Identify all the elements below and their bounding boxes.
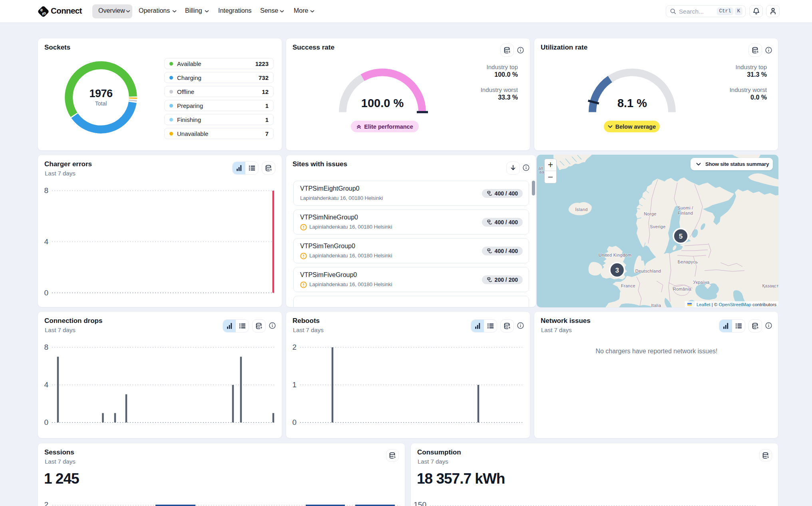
svg-text:100.0 %: 100.0 % — [361, 97, 404, 110]
svg-text:8: 8 — [44, 186, 48, 195]
svg-text:2: 2 — [44, 500, 48, 506]
svg-text:United Kingdom: United Kingdom — [599, 253, 631, 257]
svg-text:Україна: Україна — [693, 280, 710, 285]
svg-text:Sverige: Sverige — [650, 224, 665, 229]
svg-text:Finland: Finland — [678, 211, 693, 215]
svg-text:8.1 %: 8.1 % — [617, 97, 647, 110]
svg-text:France: France — [621, 283, 635, 288]
svg-text:1: 1 — [292, 380, 297, 389]
svg-text:4: 4 — [44, 380, 48, 389]
svg-text:Қазақст: Қазақст — [762, 283, 778, 288]
svg-text:Italia: Italia — [651, 303, 661, 307]
svg-text:România: România — [673, 287, 692, 291]
svg-text:0: 0 — [292, 418, 297, 426]
svg-text:Total: Total — [95, 100, 107, 107]
svg-text:Norge: Norge — [644, 211, 656, 216]
svg-text:0: 0 — [44, 289, 48, 297]
svg-text:8: 8 — [44, 343, 48, 351]
svg-text:150: 150 — [414, 500, 426, 506]
svg-text:Suomi /: Suomi / — [677, 205, 693, 210]
svg-text:5: 5 — [679, 233, 683, 240]
svg-text:Беларусь: Беларусь — [678, 259, 698, 264]
svg-text:aa: aa — [539, 169, 544, 174]
svg-text:0: 0 — [44, 418, 48, 426]
svg-text:Leaflet | © OpenStreetMap cont: Leaflet | © OpenStreetMap contributors — [697, 302, 776, 307]
svg-text:3: 3 — [615, 267, 619, 274]
svg-text:Ísland: Ísland — [575, 207, 587, 212]
svg-text:1976: 1976 — [89, 88, 113, 100]
svg-text:2: 2 — [292, 343, 297, 351]
svg-text:Deutschland: Deutschland — [635, 269, 661, 273]
svg-text:4: 4 — [44, 237, 48, 246]
